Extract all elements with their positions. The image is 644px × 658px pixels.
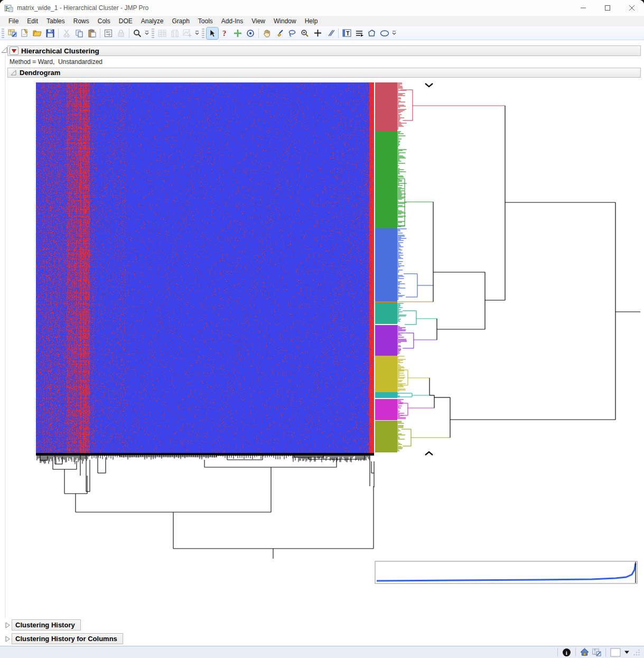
- arrow-cursor-button[interactable]: [207, 27, 218, 39]
- toolbar-overflow-caret[interactable]: [144, 27, 150, 39]
- cut-button: [61, 27, 72, 39]
- search-button[interactable]: [132, 27, 143, 39]
- info-icon[interactable]: i: [562, 647, 571, 657]
- svg-text:i: i: [566, 650, 567, 656]
- title-bar[interactable]: matrix_wide_1 - Hierarchical Cluster - J…: [0, 0, 644, 16]
- toolbar: ?T: [0, 26, 644, 40]
- window-controls: [571, 0, 644, 16]
- close-button[interactable]: [620, 0, 644, 16]
- line-tool-button[interactable]: [353, 27, 365, 39]
- magnifier-zoom-button[interactable]: [299, 27, 311, 39]
- new-data-table-button[interactable]: [6, 27, 18, 39]
- menu-tables[interactable]: Tables: [42, 16, 69, 26]
- menu-edit[interactable]: Edit: [23, 16, 42, 26]
- window-title: matrix_wide_1 - Hierarchical Cluster - J…: [17, 4, 148, 12]
- menu-tools[interactable]: Tools: [194, 16, 217, 26]
- menu-window[interactable]: Window: [269, 16, 301, 26]
- outline-open-triangle-icon[interactable]: [1, 47, 7, 53]
- menu-analyze[interactable]: Analyze: [137, 16, 168, 26]
- toolbar-separator: [58, 29, 59, 38]
- status-bar: i: [0, 646, 644, 658]
- jmp-report-icon: [4, 4, 13, 13]
- svg-text:?: ?: [222, 29, 227, 38]
- oval-tool-button[interactable]: [379, 27, 390, 39]
- plus-tool-button[interactable]: [312, 27, 323, 39]
- menu-file[interactable]: File: [4, 16, 23, 26]
- lasso-button[interactable]: [286, 27, 298, 39]
- clustering-history-section[interactable]: Clustering History: [12, 619, 81, 631]
- polygon-tool-button[interactable]: [366, 27, 378, 39]
- svg-text:T: T: [346, 30, 350, 36]
- method-summary: Method = Ward, Unstandardized: [10, 58, 102, 66]
- dendrogram-header[interactable]: Dendrogram: [7, 68, 641, 78]
- toolbar-group: [0, 26, 150, 40]
- dendrogram-open-triangle-icon[interactable]: [11, 70, 16, 76]
- resize-grip: [633, 647, 640, 657]
- hierarchical-clustering-header[interactable]: Hierarchical Clustering: [7, 45, 641, 56]
- clustering-history-columns-label: Clustering History for Columns: [15, 635, 117, 643]
- selection-box[interactable]: [610, 647, 621, 657]
- annotate-button[interactable]: T: [341, 27, 352, 39]
- toolbar-grip[interactable]: [202, 29, 204, 38]
- paste-button[interactable]: [86, 27, 98, 39]
- maximize-button[interactable]: [595, 0, 620, 16]
- toolbar-group: [150, 26, 200, 40]
- toolbar-grip[interactable]: [2, 29, 4, 38]
- save-button[interactable]: [44, 27, 56, 39]
- statusbar-separator: [575, 648, 576, 656]
- menu-rows[interactable]: Rows: [69, 16, 94, 26]
- toolbar-separator: [338, 29, 339, 38]
- platform-title: Hierarchical Clustering: [21, 47, 99, 55]
- dendrogram-title: Dendrogram: [20, 69, 60, 77]
- menu-cols[interactable]: Cols: [94, 16, 115, 26]
- clustering-history-label: Clustering History: [15, 621, 75, 629]
- clustering-history-columns-section[interactable]: Clustering History for Columns: [12, 633, 123, 644]
- toolbar-separator: [100, 29, 100, 38]
- toolbar-group: ?T: [200, 26, 397, 40]
- lock-button: [115, 27, 127, 39]
- table-grid-button: [156, 27, 168, 39]
- menu-view[interactable]: View: [247, 16, 269, 26]
- red-triangle-menu-button[interactable]: [10, 47, 18, 55]
- toolbar-separator: [258, 29, 259, 38]
- statusbar-separator: [605, 648, 606, 656]
- menu-doe[interactable]: DOE: [115, 16, 137, 26]
- toolbar-overflow-caret[interactable]: [391, 27, 397, 39]
- grabber-hand-button[interactable]: [261, 27, 273, 39]
- jmp-window: matrix_wide_1 - Hierarchical Cluster - J…: [0, 0, 644, 658]
- toolbar-grip[interactable]: [152, 29, 154, 38]
- open-folder-button[interactable]: [32, 27, 43, 39]
- toolbar-overflow-caret[interactable]: [194, 27, 200, 39]
- crosshair-button[interactable]: [232, 27, 244, 39]
- scroller-button[interactable]: [324, 27, 336, 39]
- brush-target-button[interactable]: [245, 27, 256, 39]
- help-button[interactable]: ?: [219, 27, 231, 39]
- new-journal-button[interactable]: [19, 27, 31, 39]
- history-columns-disclosure-icon[interactable]: [5, 636, 10, 642]
- graph-add-button: [182, 27, 193, 39]
- menu-help[interactable]: Help: [301, 16, 322, 26]
- statusbar-separator: [557, 648, 558, 656]
- table-icon[interactable]: [592, 647, 601, 657]
- data-filter-button[interactable]: [102, 27, 114, 39]
- history-disclosure-icon[interactable]: [5, 622, 10, 628]
- dropdown-caret[interactable]: [624, 647, 630, 657]
- column-compare-button: [169, 27, 181, 39]
- home-icon[interactable]: [580, 647, 589, 657]
- menu-graph[interactable]: Graph: [167, 16, 193, 26]
- paintbrush-button[interactable]: [274, 27, 285, 39]
- menu-addins[interactable]: Add-Ins: [217, 16, 247, 26]
- toolbar-separator: [129, 29, 129, 38]
- heatmap-canvas[interactable]: [36, 82, 374, 453]
- menu-bar: FileEditTablesRowsColsDOEAnalyzeGraphToo…: [0, 16, 644, 26]
- minimize-button[interactable]: [571, 0, 595, 16]
- copy-button[interactable]: [73, 27, 85, 39]
